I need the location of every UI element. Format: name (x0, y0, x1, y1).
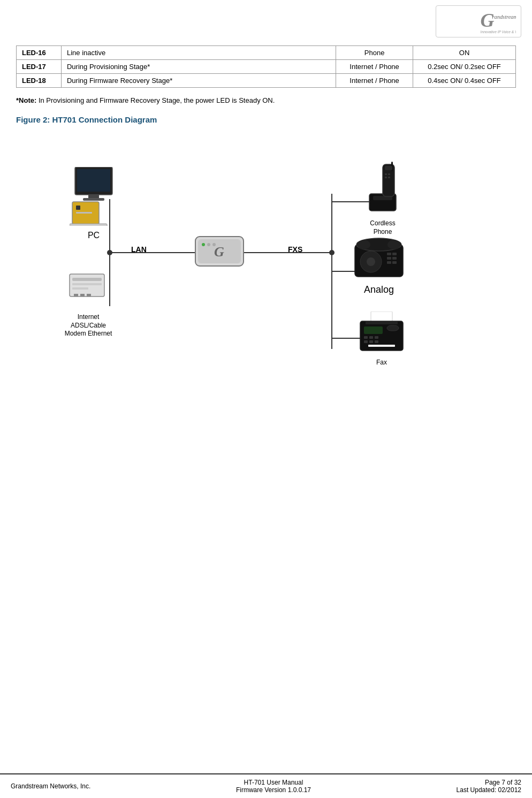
svg-rect-23 (72, 287, 88, 290)
main-content: LED-16 Line inactive Phone ON LED-17 Dur… (0, 40, 532, 419)
svg-rect-18 (76, 212, 92, 214)
note-body: In Provisioning and Firmware Recovery St… (36, 96, 275, 104)
svg-point-30 (202, 243, 205, 246)
led-id: LED-16 (17, 46, 62, 60)
svg-rect-25 (80, 294, 85, 297)
svg-text:G: G (480, 10, 494, 31)
led-description: Line inactive (61, 46, 336, 60)
svg-rect-65 (368, 345, 395, 347)
svg-rect-26 (87, 294, 91, 297)
svg-rect-41 (388, 177, 390, 178)
svg-rect-37 (385, 166, 392, 170)
company-logo: G randstream Innovative IP Voice & Video (436, 5, 521, 37)
svg-rect-62 (364, 340, 368, 343)
svg-point-32 (212, 243, 216, 246)
svg-rect-61 (375, 336, 378, 339)
fxs-label: FXS (288, 245, 302, 254)
modem-device: Internet ADSL/Cable Modem Ethernet (64, 271, 112, 338)
table-row: LED-16 Line inactive Phone ON (17, 46, 516, 60)
svg-point-47 (367, 257, 375, 266)
svg-rect-48 (387, 253, 391, 255)
footer-center: HT-701 User Manual Firmware Version 1.0.… (236, 779, 311, 794)
led-status: 0.4sec ON/ 0.4sec OFF (413, 74, 516, 88)
figure-title: Figure 2: HT701 Connection Diagram (16, 115, 516, 124)
analog-phone-icon (352, 234, 406, 279)
footer-version: Firmware Version 1.0.0.17 (236, 786, 311, 794)
svg-point-44 (358, 240, 370, 249)
svg-text:randstream: randstream (492, 14, 516, 20)
led-description: During Firmware Recovery Stage* (61, 74, 336, 88)
svg-rect-24 (74, 294, 78, 297)
led-description: During Provisioning Stage* (61, 60, 336, 74)
pc-device: PC (70, 167, 118, 241)
ht701-icon: G (193, 234, 246, 271)
svg-rect-40 (385, 177, 387, 178)
fax-icon (358, 311, 406, 354)
svg-rect-15 (83, 198, 104, 201)
cordless-phone-device: Cordless Phone (361, 162, 404, 236)
header: G randstream Innovative IP Voice & Video (0, 0, 532, 40)
table-row: LED-18 During Firmware Recovery Stage* I… (17, 74, 516, 88)
note-bold: *Note: (16, 96, 36, 104)
svg-rect-53 (392, 261, 397, 264)
svg-rect-60 (369, 336, 373, 339)
connection-diagram: PC Internet ADSL/Cable Modem Ethernet (16, 140, 516, 397)
svg-rect-64 (375, 340, 378, 343)
svg-rect-56 (366, 321, 398, 324)
led-interface: Internet / Phone (336, 74, 413, 88)
page-footer: Grandstream Networks, Inc. HT-701 User M… (0, 773, 532, 798)
svg-text:G: G (214, 244, 224, 260)
led-interface: Internet / Phone (336, 60, 413, 74)
svg-rect-51 (392, 257, 397, 260)
modem-icon (64, 271, 112, 309)
svg-rect-52 (387, 261, 391, 264)
svg-rect-39 (388, 173, 390, 175)
footer-date: Last Updated: 02/2012 (457, 786, 521, 794)
pc-icon (70, 167, 118, 226)
footer-page: Page 7 of 32 (457, 779, 521, 786)
lan-label: LAN (131, 245, 147, 254)
led-id: LED-18 (17, 74, 62, 88)
svg-rect-59 (364, 336, 368, 339)
svg-rect-63 (369, 340, 373, 343)
svg-rect-49 (392, 253, 397, 255)
ht701-device: G (193, 234, 246, 272)
svg-point-45 (387, 240, 400, 249)
svg-rect-21 (72, 278, 102, 281)
svg-rect-50 (387, 257, 391, 260)
led-interface: Phone (336, 46, 413, 60)
fax-label: Fax (358, 359, 406, 367)
table-row: LED-17 During Provisioning Stage* Intern… (17, 60, 516, 74)
led-status: ON (413, 46, 516, 60)
svg-point-5 (107, 250, 112, 255)
svg-rect-57 (364, 326, 383, 334)
footer-title: HT-701 User Manual (236, 779, 311, 786)
svg-rect-58 (387, 325, 399, 331)
led-table: LED-16 Line inactive Phone ON LED-17 Dur… (16, 45, 516, 88)
svg-rect-38 (385, 173, 387, 175)
footer-left: Grandstream Networks, Inc. (11, 782, 90, 790)
note-text: *Note: In Provisioning and Firmware Reco… (16, 96, 516, 104)
analog-phone-label: Analog (352, 284, 406, 296)
svg-text:Innovative IP Voice & Video: Innovative IP Voice & Video (480, 29, 515, 33)
svg-rect-19 (70, 224, 107, 226)
fax-device: Fax (358, 311, 406, 367)
led-status: 0.2sec ON/ 0.2sec OFF (413, 60, 516, 74)
svg-rect-13 (77, 169, 110, 192)
pc-label: PC (70, 230, 118, 241)
svg-point-31 (207, 243, 210, 246)
analog-phone-device: Analog (352, 234, 406, 296)
svg-rect-22 (72, 283, 102, 285)
svg-rect-17 (76, 206, 80, 210)
footer-right: Page 7 of 32 Last Updated: 02/2012 (457, 779, 521, 794)
modem-label: Internet ADSL/Cable Modem Ethernet (64, 313, 112, 338)
cordless-phone-icon (361, 162, 404, 215)
svg-point-7 (329, 250, 335, 255)
led-id: LED-17 (17, 60, 62, 74)
